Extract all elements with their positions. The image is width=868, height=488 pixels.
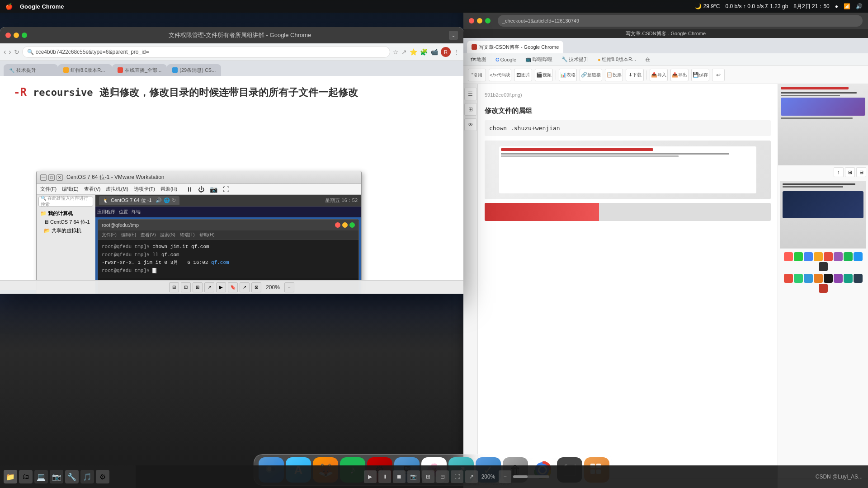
link-btn[interactable]: 🔗 超链接: [580, 69, 602, 81]
vm-tree-shared[interactable]: 📂 共享的虚拟机: [38, 226, 93, 235]
taskbar-app-7[interactable]: ⚙: [96, 470, 109, 483]
vm-tree-centos[interactable]: 🖥 CentOS 7 64 位-1: [38, 218, 93, 226]
term-close[interactable]: [335, 222, 340, 228]
vm-btn-3[interactable]: ⏹: [393, 470, 406, 483]
term-menu-terminal[interactable]: 终端(T): [180, 232, 195, 238]
account-avatar[interactable]: R: [441, 47, 451, 57]
vm-menu-view[interactable]: 查看(V): [84, 186, 101, 192]
bookmark-icon[interactable]: ☆: [393, 48, 399, 56]
app-name[interactable]: Google Chrome: [20, 3, 64, 10]
tab-csdn[interactable]: (29条消息) CS...: [167, 64, 221, 76]
vm-btn-2[interactable]: ⏸: [378, 470, 391, 483]
taskbar-app-3[interactable]: 💻: [34, 470, 48, 483]
refresh-button[interactable]: ↻: [14, 48, 19, 56]
term-minimize[interactable]: [342, 222, 348, 228]
expand-btn[interactable]: ⊡: [181, 282, 191, 292]
taskbar-app-2[interactable]: 🗂: [19, 470, 33, 483]
download-btn[interactable]: ⬇ 下载: [626, 69, 644, 81]
editor-minimize[interactable]: [477, 18, 482, 23]
centos-terminal-menu[interactable]: 终端: [132, 209, 141, 215]
bookmark-google[interactable]: G Google: [492, 55, 520, 65]
apple-menu[interactable]: 🍎: [5, 3, 13, 10]
editor-close[interactable]: [469, 18, 474, 23]
vm-menu-tabs[interactable]: 选项卡(T): [134, 186, 155, 192]
taskbar-app-6[interactable]: 🎵: [80, 470, 94, 483]
play-btn[interactable]: ▶: [216, 282, 226, 292]
import-btn[interactable]: 📥 导入: [650, 69, 668, 81]
export-btn[interactable]: 📤 导出: [670, 69, 689, 81]
code-btn[interactable]: </> 代码块: [489, 69, 511, 81]
taskbar-app-5[interactable]: 🔧: [65, 470, 79, 483]
vm-network-icon[interactable]: 🌐: [164, 197, 170, 203]
vmware-close[interactable]: ✕: [57, 174, 63, 181]
vmware-restore[interactable]: □: [48, 174, 55, 181]
panel-icon-1[interactable]: ↑: [834, 167, 844, 177]
bookmark-redhat[interactable]: ● 红帽8.0版本R...: [594, 55, 640, 65]
vm-menu-vm[interactable]: 虚拟机(M): [106, 186, 128, 192]
sidebar-tool-2[interactable]: ⊞: [464, 103, 477, 116]
bookmark-map[interactable]: 🗺 地图: [467, 55, 490, 65]
back-button[interactable]: ‹: [4, 48, 6, 56]
sidebar-tool-3[interactable]: 👁: [464, 118, 477, 131]
taskbar-app-1[interactable]: 📁: [4, 470, 17, 483]
term-menu-help[interactable]: 帮助(H): [199, 232, 215, 238]
share2-btn[interactable]: ↗: [240, 282, 250, 292]
menu-dots[interactable]: ⋮: [453, 48, 460, 56]
taskbar-app-4[interactable]: 📷: [50, 470, 63, 483]
vm-sound-icon[interactable]: 🔊: [156, 197, 162, 203]
maximize-button[interactable]: [22, 33, 27, 38]
term-menu-search[interactable]: 搜索(S): [160, 232, 175, 238]
panel-toggle[interactable]: ⌄: [449, 31, 458, 40]
bookmark-bilibili[interactable]: 📺 哔哩哔哩: [522, 55, 556, 65]
vm-btn-4[interactable]: 📷: [407, 470, 420, 483]
minimize-button[interactable]: [14, 33, 19, 38]
tab-redhat[interactable]: 红帽8.0版本R...: [58, 64, 112, 76]
star-icon[interactable]: ⭐: [410, 48, 417, 56]
vmware-minimize[interactable]: —: [40, 174, 47, 181]
volume-icon[interactable]: 🔊: [856, 3, 863, 9]
tab-jishu[interactable]: 🔧 技术提升: [4, 64, 58, 76]
vm-btn-7[interactable]: ⛶: [451, 470, 463, 483]
zoom-minus-btn[interactable]: −: [284, 282, 294, 292]
sidebar-tool-1[interactable]: ☰: [464, 88, 477, 100]
vm-search-bar[interactable]: 🔍 在此处输入内容进行搜索: [38, 197, 93, 206]
vm-btn-9[interactable]: −: [499, 470, 511, 483]
bookmark-jishu[interactable]: 🔧 技术提升: [558, 55, 592, 65]
term-menu-file[interactable]: 文件(F): [102, 232, 117, 238]
url-bar-left[interactable]: 🔍 cce4b0b7422c68c55e&type=6&parent_pro_i…: [22, 46, 390, 58]
editor-content-area[interactable]: 591b2ce09f.png) 修改文件的属组 chown .shuzu+wen…: [478, 84, 778, 488]
vm-btn-5[interactable]: ⊞: [422, 470, 434, 483]
vm-btn-1[interactable]: ▶: [364, 470, 377, 483]
centos-places-menu[interactable]: 位置: [119, 209, 128, 215]
centos-apps-menu[interactable]: 应用程序: [97, 209, 115, 215]
vm-slider[interactable]: [513, 475, 549, 478]
editor-url-bar[interactable]: _checkout=1&articleId=126130749: [498, 15, 863, 27]
bookmark-other[interactable]: 在: [642, 55, 654, 65]
vm-refresh-icon[interactable]: ↻: [172, 197, 176, 203]
extract-btn[interactable]: ↗: [204, 282, 214, 292]
vm-toolbar-power[interactable]: ⏻: [198, 186, 204, 193]
forward-button[interactable]: ›: [9, 48, 11, 56]
vm-toolbar-fullscreen[interactable]: ⛶: [223, 186, 229, 193]
puzzle-icon[interactable]: 🧩: [420, 48, 428, 56]
undo-btn[interactable]: ↩: [712, 69, 725, 81]
vm-toolbar-snapshot[interactable]: 📷: [210, 186, 217, 193]
vote-btn[interactable]: 📋 投票: [605, 69, 623, 81]
save-btn[interactable]: 💾 保存: [691, 69, 709, 81]
term-menu-view[interactable]: 查看(V): [141, 232, 156, 238]
fit2-btn[interactable]: ⊠: [251, 282, 261, 292]
tab-live[interactable]: 在线直播_全部...: [112, 64, 167, 76]
editor-tab-active[interactable]: 写文章-CSDN博客 - Google Chrome: [467, 41, 563, 53]
image-btn[interactable]: 🖼 图片: [514, 69, 532, 81]
editor-maximize[interactable]: [485, 18, 491, 23]
quote-btn[interactable]: " 引用: [468, 69, 486, 81]
share-icon[interactable]: ↗: [401, 48, 407, 56]
vm-btn-6[interactable]: ⊟: [436, 470, 449, 483]
vm-menu-edit[interactable]: 编辑(E): [62, 186, 79, 192]
vm-btn-8[interactable]: ↗: [465, 470, 478, 483]
panel-icon-3[interactable]: ⊟: [856, 167, 866, 177]
vm-tab-active[interactable]: 🐧 CentOS 7 64 位 -1 🔊 🌐 ↻: [99, 196, 179, 205]
wifi-icon[interactable]: 📶: [844, 3, 850, 9]
panel-icon-2[interactable]: ⊞: [845, 167, 855, 177]
term-maximize[interactable]: [349, 222, 355, 228]
